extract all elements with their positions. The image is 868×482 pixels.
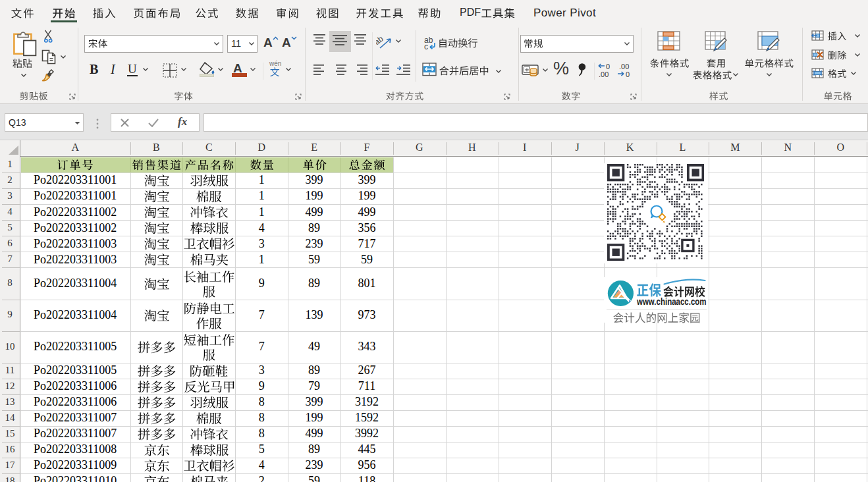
svg-text:.00: .00 xyxy=(619,63,629,70)
svg-text:c: c xyxy=(424,42,428,51)
svg-text:0: 0 xyxy=(606,63,610,70)
svg-text:0: 0 xyxy=(626,70,630,78)
svg-text:.00: .00 xyxy=(599,70,609,78)
